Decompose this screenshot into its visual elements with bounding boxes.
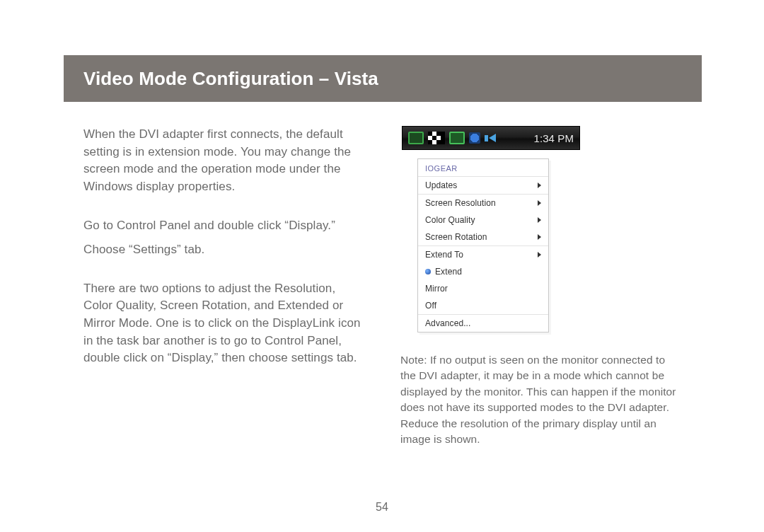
- menu-item-label: Mirror: [425, 284, 448, 294]
- page-number: 54: [0, 501, 764, 514]
- menu-item-label: Color Quality: [425, 215, 475, 225]
- monitor-tray-icon[interactable]: [449, 132, 465, 144]
- tray-pixel-icon: [428, 132, 445, 144]
- submenu-arrow-icon: [538, 183, 541, 188]
- section-header-band: Video Mode Configuration – Vista: [64, 55, 702, 102]
- content-area: When the DVI adapter first connects, the…: [83, 126, 692, 448]
- menu-item-label: Updates: [425, 180, 457, 190]
- menu-item-label: Screen Rotation: [425, 232, 487, 242]
- menu-item-off[interactable]: Off: [418, 297, 548, 314]
- menu-item-advanced[interactable]: Advanced...: [418, 314, 548, 332]
- document-page: Video Mode Configuration – Vista When th…: [0, 0, 764, 532]
- section-title: Video Mode Configuration – Vista: [83, 68, 378, 90]
- right-column: 1:34 PM IOGEAR Updates Screen Resolution…: [400, 126, 690, 448]
- submenu-arrow-icon: [538, 217, 541, 223]
- network-tray-icon[interactable]: [469, 132, 480, 144]
- menu-item-updates[interactable]: Updates: [418, 177, 548, 194]
- menu-item-label: Extend To: [425, 250, 463, 260]
- menu-item-extend-to[interactable]: Extend To: [418, 245, 548, 263]
- volume-tray-icon[interactable]: [485, 134, 496, 142]
- menu-item-label: Off: [425, 301, 436, 311]
- taskbar-clock: 1:34 PM: [533, 132, 574, 144]
- menu-item-label: Extend: [435, 267, 462, 277]
- submenu-arrow-icon: [538, 234, 541, 240]
- menu-item-label: Advanced...: [425, 318, 470, 328]
- menu-item-color-quality[interactable]: Color Quality: [418, 212, 548, 229]
- menu-item-screen-rotation[interactable]: Screen Rotation: [418, 229, 548, 245]
- left-column: When the DVI adapter first connects, the…: [83, 126, 366, 448]
- submenu-arrow-icon: [538, 252, 541, 258]
- selected-dot-icon: [425, 269, 431, 274]
- paragraph: Choose “Settings” tab.: [83, 241, 366, 259]
- menu-item-mirror[interactable]: Mirror: [418, 280, 548, 297]
- paragraph: There are two options to adjust the Reso…: [83, 280, 366, 367]
- paragraph: Go to Control Panel and double click “Di…: [83, 217, 366, 235]
- windows-taskbar: 1:34 PM: [402, 126, 580, 150]
- menu-item-extend[interactable]: Extend: [418, 263, 548, 280]
- submenu-arrow-icon: [538, 200, 541, 206]
- menu-item-label: Screen Resolution: [425, 198, 496, 208]
- note-paragraph: Note: If no output is seen on the monito…: [400, 352, 683, 448]
- menu-item-screen-resolution[interactable]: Screen Resolution: [418, 194, 548, 212]
- displaylink-context-menu: IOGEAR Updates Screen Resolution Color Q…: [417, 158, 549, 332]
- menu-brand-label: IOGEAR: [418, 159, 548, 177]
- paragraph: When the DVI adapter first connects, the…: [83, 126, 366, 196]
- displaylink-tray-icon[interactable]: [408, 132, 424, 144]
